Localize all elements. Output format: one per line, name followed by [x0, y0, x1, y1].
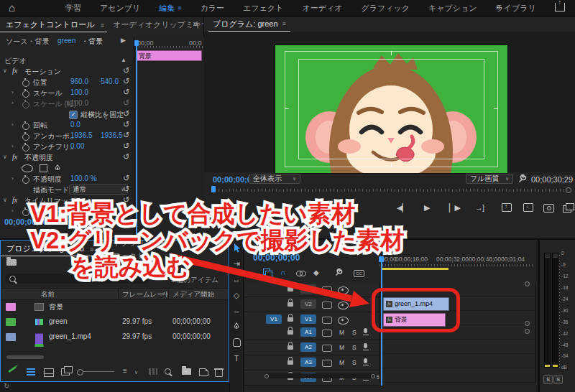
solo-right-button[interactable]: S — [553, 375, 563, 384]
rectangle-mask-icon[interactable] — [40, 164, 47, 172]
parameter-value[interactable]: 100.0 — [70, 99, 88, 107]
quick-export-icon[interactable] — [555, 3, 565, 11]
reset-parameter-icon[interactable]: ↺ — [123, 109, 129, 118]
program-playhead[interactable] — [211, 186, 216, 192]
export-frame-button[interactable] — [543, 204, 554, 213]
workspace-tab[interactable]: グラフィック — [351, 3, 419, 14]
checkbox[interactable]: ✓ — [69, 111, 78, 119]
expand-caret-icon[interactable]: ∨ — [3, 197, 7, 203]
playhead-handle[interactable] — [134, 40, 139, 46]
track-target-badge[interactable]: V2 — [300, 299, 316, 309]
mute-button[interactable]: M — [339, 359, 344, 366]
expand-caret-icon[interactable]: › — [12, 100, 14, 106]
zoom-level-select[interactable]: 全体表示∨ — [249, 174, 300, 184]
rotation-row[interactable]: › 回転 0.0 ↺ — [0, 120, 133, 131]
label-color-swatch[interactable] — [6, 303, 16, 311]
fx-badge-icon[interactable]: fx — [12, 67, 17, 75]
play-in-to-out-button[interactable]: →] — [475, 203, 484, 212]
position-row[interactable]: 位置 960.0 540.0 ↺ — [0, 77, 133, 88]
tab-audio-clip-mixer[interactable]: オーディオクリップミキサー: — [107, 17, 203, 32]
lane-a2[interactable] — [380, 340, 535, 354]
solo-button[interactable]: S — [352, 329, 356, 336]
track-target-badge[interactable]: A1 — [300, 327, 316, 337]
reset-parameter-icon[interactable]: ↺ — [123, 174, 129, 183]
tab-program-monitor[interactable]: プログラム: green ≡ — [208, 17, 290, 32]
label-color-swatch[interactable] — [6, 318, 16, 326]
add-marker-button[interactable]: ◆ — [313, 269, 319, 276]
panel-menu-icon[interactable]: ≡ — [282, 20, 286, 27]
collapse-section-icon[interactable]: ▲ — [121, 57, 126, 63]
keyframe-stopwatch-icon[interactable] — [22, 123, 29, 130]
voiceover-record-icon[interactable] — [364, 343, 367, 348]
anchor-point-row[interactable]: アンカーポ.. 1936.5 1936.5 ↺ — [0, 131, 133, 141]
item-name[interactable]: green — [49, 317, 68, 325]
video-section-header[interactable]: ビデオ ▲ — [0, 55, 133, 66]
pen-tool[interactable] — [230, 319, 243, 335]
track-header-a2[interactable]: A2 M S — [244, 340, 380, 355]
timeline-playhead-handle[interactable] — [379, 256, 384, 262]
parameter-value[interactable]: 100.0 — [70, 88, 88, 96]
parameter-value[interactable]: 100.0 % — [70, 174, 97, 182]
snap-toggle[interactable]: ∩ — [280, 269, 285, 276]
zoom-slider-knob[interactable] — [77, 369, 83, 375]
lift-button[interactable] — [502, 203, 512, 212]
play-button[interactable]: ▶ — [424, 203, 429, 213]
parameter-value[interactable]: 960.0 — [70, 78, 88, 85]
voiceover-record-icon[interactable] — [364, 328, 367, 333]
reset-parameter-icon[interactable]: ↺ — [123, 77, 129, 86]
keyframe-stopwatch-icon[interactable] — [22, 101, 29, 108]
solo-button[interactable]: S — [352, 344, 356, 351]
track-target-badge[interactable]: A2 — [300, 342, 316, 352]
list-view-button[interactable] — [27, 368, 35, 375]
blend-mode-select[interactable]: 通常∨ — [69, 185, 128, 195]
expand-caret-icon[interactable]: › — [12, 89, 14, 95]
type-tool[interactable]: T — [230, 350, 243, 366]
uniform-scale-row[interactable]: ✓ 縦横比を固定 ↺ — [0, 109, 133, 120]
ripple-edit-tool[interactable]: ↔ — [230, 271, 243, 287]
lock-icon[interactable] — [288, 330, 293, 335]
mini-timeline-clip[interactable]: 背景 — [136, 50, 202, 61]
track-visibility-icon[interactable] — [338, 286, 349, 294]
lock-icon[interactable] — [288, 360, 293, 365]
icon-view-button[interactable] — [44, 368, 54, 377]
parameter-value[interactable]: 0.00 — [70, 142, 84, 150]
home-icon[interactable]: ⌂ — [9, 1, 15, 14]
opacity-mask-tools-row[interactable] — [0, 163, 133, 174]
workspace-tab[interactable]: カラー — [191, 3, 234, 14]
track-sync-lock-icon[interactable] — [322, 302, 332, 309]
panel-overflow-icon[interactable]: » — [193, 19, 198, 29]
source-patch-badge[interactable]: V1 — [266, 314, 282, 324]
track-target-badge[interactable]: A3 — [300, 358, 316, 367]
horizontal-scrollbar[interactable] — [6, 355, 44, 359]
track-sync-lock-icon[interactable] — [322, 360, 332, 367]
solo-button[interactable]: S — [352, 359, 356, 366]
blend-mode-row[interactable]: 描画モード 通常∨ ↺ — [0, 185, 133, 195]
project-item-bg-matte[interactable]: 背景 — [1, 299, 228, 314]
razor-tool[interactable]: ◇ — [230, 287, 243, 303]
bin-navigation-icon[interactable] — [6, 259, 17, 266]
keyframe-stopwatch-icon[interactable] — [22, 80, 29, 87]
track-header-a1[interactable]: A1 M S — [244, 325, 380, 340]
video-frame[interactable] — [275, 45, 508, 174]
keyframe-stopwatch-icon[interactable] — [22, 144, 29, 151]
parameter-value[interactable]: 1936.5 — [101, 131, 123, 139]
new-bin-button[interactable] — [182, 368, 191, 375]
reset-parameter-icon[interactable]: ↺ — [123, 185, 129, 194]
lock-icon[interactable] — [288, 287, 293, 291]
keyframe-stopwatch-icon[interactable] — [22, 209, 29, 216]
track-target-badge[interactable]: V3 — [300, 284, 316, 294]
track-visibility-icon[interactable] — [338, 317, 349, 325]
motion-effect-row[interactable]: ∨ fx モーション ↺ — [0, 66, 133, 77]
opacity-effect-row[interactable]: ∨ fx 不透明度 ↺ — [0, 152, 133, 163]
solo-left-button[interactable]: S — [543, 375, 553, 384]
pen-mask-icon[interactable] — [54, 164, 61, 172]
reset-parameter-icon[interactable]: ↺ — [123, 120, 129, 129]
track-visibility-icon[interactable] — [338, 302, 349, 309]
workspace-tab[interactable]: エフェクト — [234, 3, 293, 14]
workspace-tab[interactable]: 編集 ≡ — [150, 3, 190, 14]
expand-caret-icon[interactable]: › — [12, 207, 14, 214]
comparison-view-button[interactable] — [563, 205, 571, 213]
track-sync-lock-icon[interactable] — [322, 286, 332, 294]
workspace-tab[interactable]: アセンブリ — [91, 3, 150, 14]
scale-row[interactable]: › スケール 100.0 ↺ — [0, 88, 133, 98]
